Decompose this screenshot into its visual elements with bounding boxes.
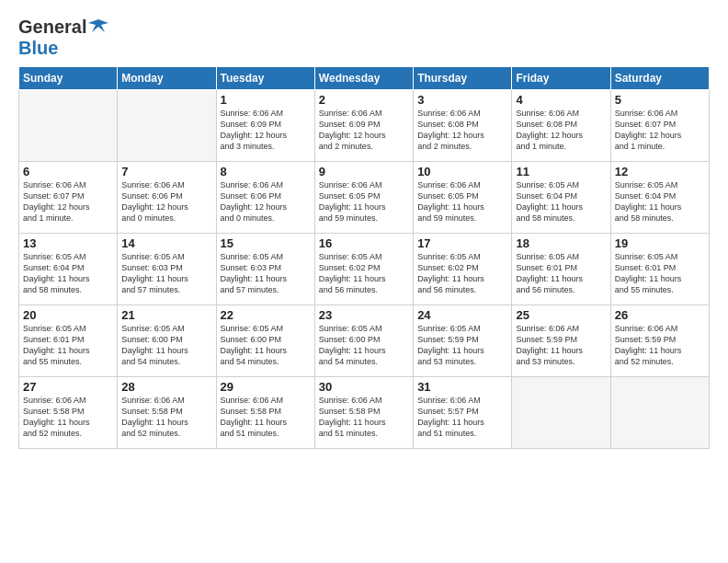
day-info: Sunrise: 6:05 AM Sunset: 6:02 PM Dayligh… (319, 251, 409, 296)
day-info: Sunrise: 6:05 AM Sunset: 6:00 PM Dayligh… (221, 323, 311, 368)
day-number: 8 (221, 165, 311, 178)
day-number: 23 (319, 308, 409, 322)
calendar-cell: 11Sunrise: 6:05 AM Sunset: 6:04 PM Dayli… (512, 162, 610, 234)
day-info: Sunrise: 6:05 AM Sunset: 6:01 PM Dayligh… (23, 323, 113, 368)
day-info: Sunrise: 6:05 AM Sunset: 6:00 PM Dayligh… (121, 323, 211, 368)
calendar-cell (512, 377, 610, 449)
svg-marker-0 (88, 19, 108, 32)
calendar-cell: 21Sunrise: 6:05 AM Sunset: 6:00 PM Dayli… (118, 305, 216, 377)
calendar-cell: 1Sunrise: 6:06 AM Sunset: 6:09 PM Daylig… (216, 90, 314, 162)
calendar-cell: 29Sunrise: 6:06 AM Sunset: 5:58 PM Dayli… (216, 377, 314, 449)
day-info: Sunrise: 6:06 AM Sunset: 6:05 PM Dayligh… (417, 179, 507, 224)
day-number: 16 (319, 236, 409, 250)
day-info: Sunrise: 6:06 AM Sunset: 6:07 PM Dayligh… (23, 179, 113, 224)
weekday-header-wednesday: Wednesday (314, 67, 413, 90)
calendar-cell: 10Sunrise: 6:06 AM Sunset: 6:05 PM Dayli… (414, 162, 512, 234)
day-number: 7 (121, 165, 211, 178)
day-info: Sunrise: 6:06 AM Sunset: 6:08 PM Dayligh… (516, 108, 606, 153)
day-info: Sunrise: 6:06 AM Sunset: 6:07 PM Dayligh… (615, 108, 705, 153)
day-info: Sunrise: 6:06 AM Sunset: 6:05 PM Dayligh… (319, 179, 409, 224)
day-info: Sunrise: 6:06 AM Sunset: 6:09 PM Dayligh… (221, 108, 311, 153)
day-info: Sunrise: 6:06 AM Sunset: 5:58 PM Dayligh… (121, 395, 211, 440)
day-number: 27 (23, 380, 113, 394)
day-info: Sunrise: 6:06 AM Sunset: 5:57 PM Dayligh… (417, 395, 507, 440)
day-number: 14 (121, 236, 211, 250)
weekday-header-friday: Friday (512, 67, 610, 90)
calendar-cell: 6Sunrise: 6:06 AM Sunset: 6:07 PM Daylig… (19, 162, 118, 234)
calendar-week-row: 6Sunrise: 6:06 AM Sunset: 6:07 PM Daylig… (19, 162, 710, 234)
calendar-cell: 9Sunrise: 6:06 AM Sunset: 6:05 PM Daylig… (314, 162, 413, 234)
day-number: 2 (319, 93, 409, 107)
day-info: Sunrise: 6:05 AM Sunset: 6:04 PM Dayligh… (23, 251, 113, 296)
day-info: Sunrise: 6:06 AM Sunset: 5:58 PM Dayligh… (319, 395, 409, 440)
calendar-cell: 4Sunrise: 6:06 AM Sunset: 6:08 PM Daylig… (512, 90, 610, 162)
day-info: Sunrise: 6:06 AM Sunset: 6:08 PM Dayligh… (417, 108, 507, 153)
calendar-cell: 5Sunrise: 6:06 AM Sunset: 6:07 PM Daylig… (610, 90, 709, 162)
calendar-cell: 31Sunrise: 6:06 AM Sunset: 5:57 PM Dayli… (414, 377, 512, 449)
calendar-cell (610, 377, 709, 449)
calendar-week-row: 1Sunrise: 6:06 AM Sunset: 6:09 PM Daylig… (19, 90, 710, 162)
calendar-cell: 7Sunrise: 6:06 AM Sunset: 6:06 PM Daylig… (118, 162, 216, 234)
day-info: Sunrise: 6:06 AM Sunset: 6:09 PM Dayligh… (319, 108, 409, 153)
day-info: Sunrise: 6:05 AM Sunset: 6:04 PM Dayligh… (615, 179, 705, 224)
calendar-cell: 30Sunrise: 6:06 AM Sunset: 5:58 PM Dayli… (314, 377, 413, 449)
day-number: 6 (23, 165, 113, 178)
calendar-cell: 16Sunrise: 6:05 AM Sunset: 6:02 PM Dayli… (314, 234, 413, 305)
day-info: Sunrise: 6:06 AM Sunset: 5:59 PM Dayligh… (516, 323, 606, 368)
day-number: 21 (121, 308, 211, 322)
calendar-cell: 24Sunrise: 6:05 AM Sunset: 5:59 PM Dayli… (414, 305, 512, 377)
calendar-cell: 8Sunrise: 6:06 AM Sunset: 6:06 PM Daylig… (216, 162, 314, 234)
day-info: Sunrise: 6:05 AM Sunset: 6:01 PM Dayligh… (615, 251, 705, 296)
day-number: 4 (516, 93, 606, 107)
day-number: 3 (417, 93, 507, 107)
day-info: Sunrise: 6:06 AM Sunset: 6:06 PM Dayligh… (221, 179, 311, 224)
weekday-header-monday: Monday (118, 67, 216, 90)
weekday-header-row: SundayMondayTuesdayWednesdayThursdayFrid… (19, 67, 710, 90)
day-info: Sunrise: 6:05 AM Sunset: 6:04 PM Dayligh… (516, 179, 606, 224)
day-number: 12 (615, 165, 705, 178)
day-number: 1 (221, 93, 311, 107)
day-info: Sunrise: 6:05 AM Sunset: 5:59 PM Dayligh… (417, 323, 507, 368)
day-number: 30 (319, 380, 409, 394)
calendar-cell: 23Sunrise: 6:05 AM Sunset: 6:00 PM Dayli… (314, 305, 413, 377)
header: General Blue (18, 17, 710, 59)
day-number: 13 (23, 236, 113, 250)
page: General Blue SundayMondayTuesdayWednesda… (0, 0, 728, 458)
logo-blue-text: Blue (18, 38, 58, 58)
calendar-week-row: 13Sunrise: 6:05 AM Sunset: 6:04 PM Dayli… (19, 234, 710, 305)
day-info: Sunrise: 6:06 AM Sunset: 5:58 PM Dayligh… (221, 395, 311, 440)
calendar-cell: 27Sunrise: 6:06 AM Sunset: 5:58 PM Dayli… (19, 377, 118, 449)
calendar-cell: 22Sunrise: 6:05 AM Sunset: 6:00 PM Dayli… (216, 305, 314, 377)
calendar-cell: 2Sunrise: 6:06 AM Sunset: 6:09 PM Daylig… (314, 90, 413, 162)
logo-bird-icon (88, 16, 108, 36)
calendar-week-row: 20Sunrise: 6:05 AM Sunset: 6:01 PM Dayli… (19, 305, 710, 377)
weekday-header-sunday: Sunday (19, 67, 118, 90)
day-number: 5 (615, 93, 705, 107)
logo-general-text: General (18, 17, 86, 38)
day-number: 10 (417, 165, 507, 178)
day-number: 22 (221, 308, 311, 322)
day-number: 26 (615, 308, 705, 322)
day-number: 31 (417, 380, 507, 394)
calendar-week-row: 27Sunrise: 6:06 AM Sunset: 5:58 PM Dayli… (19, 377, 710, 449)
calendar-cell: 13Sunrise: 6:05 AM Sunset: 6:04 PM Dayli… (19, 234, 118, 305)
day-info: Sunrise: 6:06 AM Sunset: 5:58 PM Dayligh… (23, 395, 113, 440)
calendar-cell: 19Sunrise: 6:05 AM Sunset: 6:01 PM Dayli… (610, 234, 709, 305)
day-info: Sunrise: 6:06 AM Sunset: 6:06 PM Dayligh… (121, 179, 211, 224)
day-number: 17 (417, 236, 507, 250)
calendar-cell: 15Sunrise: 6:05 AM Sunset: 6:03 PM Dayli… (216, 234, 314, 305)
calendar-cell: 3Sunrise: 6:06 AM Sunset: 6:08 PM Daylig… (414, 90, 512, 162)
day-number: 24 (417, 308, 507, 322)
calendar-cell: 26Sunrise: 6:06 AM Sunset: 5:59 PM Dayli… (610, 305, 709, 377)
day-info: Sunrise: 6:05 AM Sunset: 6:03 PM Dayligh… (121, 251, 211, 296)
weekday-header-saturday: Saturday (610, 67, 709, 90)
day-number: 25 (516, 308, 606, 322)
calendar-cell: 14Sunrise: 6:05 AM Sunset: 6:03 PM Dayli… (118, 234, 216, 305)
calendar-cell: 12Sunrise: 6:05 AM Sunset: 6:04 PM Dayli… (610, 162, 709, 234)
calendar-cell: 20Sunrise: 6:05 AM Sunset: 6:01 PM Dayli… (19, 305, 118, 377)
day-number: 9 (319, 165, 409, 178)
day-number: 19 (615, 236, 705, 250)
day-number: 11 (516, 165, 606, 178)
day-info: Sunrise: 6:05 AM Sunset: 6:03 PM Dayligh… (221, 251, 311, 296)
calendar-cell: 18Sunrise: 6:05 AM Sunset: 6:01 PM Dayli… (512, 234, 610, 305)
